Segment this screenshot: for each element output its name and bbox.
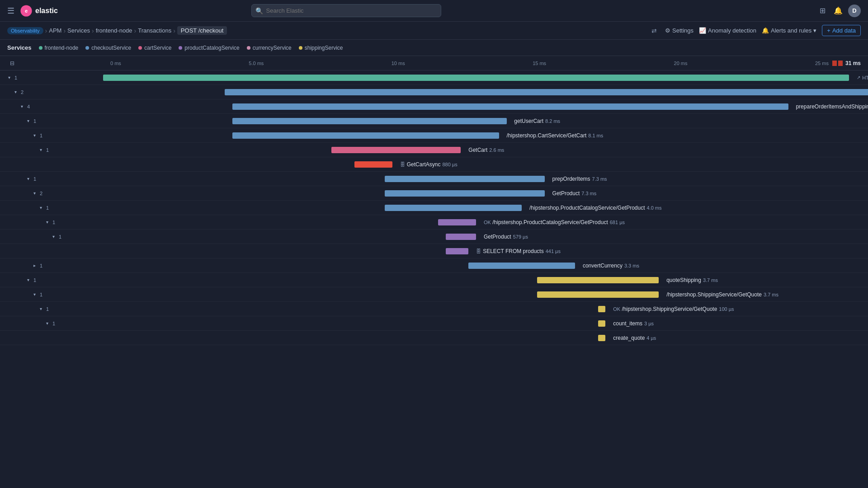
trace-toggle-11[interactable]: ▾ (50, 233, 57, 240)
trace-row[interactable]: ▾1OK /hipstershop.ProductCatalogService/… (0, 215, 868, 230)
trace-name-10: OK /hipstershop.ProductCatalogService/Ge… (484, 219, 608, 225)
trace-right-8: GetProduct7.3 ms (99, 186, 868, 200)
post-checkout-label: POST /checkout (181, 27, 223, 34)
trace-row[interactable]: ▸1convertCurrency3.3 ms (0, 258, 868, 273)
trace-row[interactable]: 🗄SELECT FROM products441 µs (0, 244, 868, 258)
breadcrumb-apm[interactable]: APM (49, 27, 61, 34)
trace-row[interactable]: ▾1/hipstershop.CartService/GetCart8.1 ms (0, 128, 868, 143)
trace-bar-18 (598, 335, 606, 341)
trace-row[interactable]: ▾1/hipstershop.ProductCatalogService/Get… (0, 201, 868, 215)
nav-icons: ⊞ 🔔 D (817, 5, 863, 17)
trace-row[interactable]: ▾1↗HTTP 5xx POST /checkout1 Error31 ms (0, 70, 868, 85)
add-data-label: Add data (832, 27, 856, 34)
service-shipping[interactable]: shippingService (299, 45, 343, 51)
frontend-node-name: frontend-node (45, 45, 79, 51)
compare-button[interactable]: ⇄ (649, 26, 660, 35)
trace-toggle-4[interactable]: ▾ (31, 132, 38, 139)
search-bar: 🔍 (251, 4, 441, 17)
frontend-node-dot (39, 46, 42, 50)
trace-left-10: ▾1 (0, 215, 99, 229)
trace-toggle-9[interactable]: ▾ (37, 204, 44, 211)
service-currency[interactable]: currencyService (247, 45, 292, 51)
trace-toggle-12[interactable] (56, 248, 63, 255)
trace-toggle-6[interactable] (43, 161, 51, 168)
trace-toggle-10[interactable]: ▾ (43, 219, 51, 226)
trace-left-3: ▾1 (0, 114, 99, 128)
apm-label: APM (49, 27, 61, 34)
service-frontend-node[interactable]: frontend-node (39, 45, 79, 51)
trace-toggle-15[interactable]: ▾ (31, 291, 38, 298)
trace-duration-16: 100 µs (719, 306, 734, 312)
breadcrumb-services[interactable]: Services (67, 27, 90, 34)
trace-toggle-0[interactable]: ▾ (5, 74, 13, 81)
add-data-button[interactable]: + Add data (822, 25, 861, 36)
trace-bar-area-12: 🗄SELECT FROM products441 µs (103, 247, 864, 256)
trace-row[interactable]: create_quote4 µs (0, 331, 868, 345)
alerts-label: Alerts and rules (771, 27, 811, 34)
trace-row[interactable]: ▾1count_items3 µs (0, 316, 868, 331)
notifications-button[interactable]: 🔔 (831, 5, 845, 17)
trace-toggle-17[interactable]: ▾ (43, 320, 51, 327)
share-icon-button[interactable]: ⊞ (817, 5, 828, 17)
marker-1 (832, 61, 837, 66)
trace-left-5: ▾1 (0, 143, 99, 157)
trace-bar-14 (537, 277, 659, 283)
trace-bar-9 (385, 205, 522, 211)
trace-bar-0 (103, 75, 849, 81)
trace-name-18: create_quote (613, 335, 645, 341)
service-product-catalog[interactable]: productCatalogService (179, 45, 239, 51)
search-input[interactable] (251, 4, 441, 17)
anomaly-button[interactable]: 📈 Anomaly detection (699, 27, 756, 34)
trace-row[interactable]: ▾1/hipstershop.ShippingService/GetQuote3… (0, 287, 868, 302)
transactions-label: Transactions (138, 27, 171, 34)
trace-left-15: ▾1 (0, 287, 99, 301)
breadcrumb-post-checkout[interactable]: POST /checkout (177, 26, 227, 35)
hamburger-button[interactable]: ☰ (5, 4, 16, 18)
trace-row[interactable]: ▾1quoteShipping3.7 ms (0, 273, 868, 287)
breadcrumb-frontend-node[interactable]: frontend-node (96, 27, 132, 34)
trace-bar-area-11: GetProduct579 µs (103, 232, 864, 241)
trace-row[interactable]: ▾1OK /hipstershop.ShippingService/GetQuo… (0, 302, 868, 316)
trace-duration-7: 7.3 ms (592, 176, 607, 182)
trace-label-15: /hipstershop.ShippingService/GetQuote3.7… (666, 291, 778, 298)
trace-toggle-7[interactable]: ▾ (24, 175, 32, 183)
trace-bar-area-2: prepareOrderItemsAndShippingQuoteFromCar… (103, 102, 864, 111)
trace-toggle-18[interactable] (43, 334, 51, 342)
user-avatar[interactable]: D (848, 5, 861, 17)
trace-toggle-13[interactable]: ▸ (31, 262, 38, 269)
trace-row[interactable]: ▾1prepOrderItems7.3 ms (0, 172, 868, 186)
trace-toggle-5[interactable]: ▾ (37, 146, 44, 154)
trace-bar-area-9: /hipstershop.ProductCatalogService/GetPr… (103, 203, 864, 212)
tick-15ms: 15 ms (533, 61, 546, 66)
trace-toggle-3[interactable]: ▾ (24, 117, 32, 125)
trace-row[interactable]: 🗄GetCartAsync880 µs (0, 157, 868, 172)
trace-name-12: SELECT FROM products (483, 248, 543, 254)
trace-toggle-14[interactable]: ▾ (24, 277, 32, 284)
trace-row[interactable]: ▾4prepareOrderItemsAndShippingQuoteFromC… (0, 99, 868, 114)
trace-count-17: 1 (52, 321, 58, 326)
breadcrumb-transactions[interactable]: Transactions (138, 27, 171, 34)
trace-row[interactable]: ▾2↗Internal /hipstershop.CheckoutService… (0, 85, 868, 99)
breadcrumb-observability[interactable]: Observability (7, 27, 43, 34)
collapse-all-button[interactable]: ⊟ (7, 58, 17, 68)
trace-left-16: ▾1 (0, 302, 99, 316)
trace-row[interactable]: ▾1GetCart2.6 ms (0, 143, 868, 157)
trace-label-4: /hipstershop.CartService/GetCart8.1 ms (507, 132, 604, 139)
service-checkout[interactable]: checkoutService (85, 45, 131, 51)
trace-count-16: 1 (46, 306, 52, 312)
shipping-name: shippingService (305, 45, 343, 51)
trace-row[interactable]: ▾1getUserCart8.2 ms (0, 114, 868, 128)
trace-toggle-8[interactable]: ▾ (31, 190, 38, 197)
trace-toggle-16[interactable]: ▾ (37, 305, 44, 313)
settings-button[interactable]: ⚙ Settings (665, 27, 693, 34)
trace-row[interactable]: ▾1GetProduct579 µs (0, 230, 868, 244)
trace-left-6 (0, 157, 99, 171)
trace-toggle-1[interactable]: ▾ (12, 89, 19, 96)
trace-right-12: 🗄SELECT FROM products441 µs (99, 244, 868, 258)
alerts-button[interactable]: 🔔 Alerts and rules ▾ (762, 27, 816, 34)
product-catalog-dot (179, 46, 182, 50)
trace-toggle-2[interactable]: ▾ (18, 103, 25, 110)
trace-row[interactable]: ▾2GetProduct7.3 ms (0, 186, 868, 201)
service-cart[interactable]: cartService (138, 45, 171, 51)
trace-left-1: ▾2 (0, 85, 99, 99)
